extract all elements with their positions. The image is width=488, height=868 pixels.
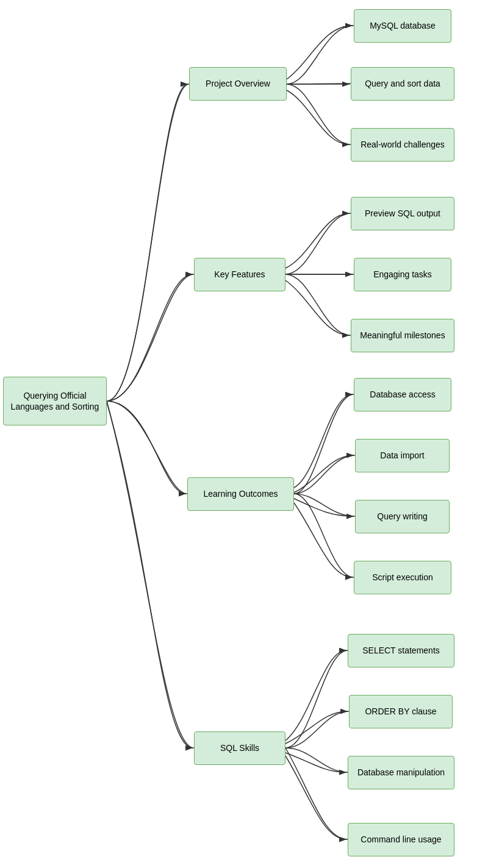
node-milestones: Meaningful milestones [351, 319, 454, 352]
node-realworld: Real-world challenges [351, 128, 454, 162]
node-select-stmt-label: SELECT statements [362, 645, 440, 656]
diagram-container: Querying Official Languages and Sorting … [0, 0, 488, 868]
node-realworld-label: Real-world challenges [361, 139, 445, 150]
node-project-overview: Project Overview [189, 67, 287, 101]
node-select-stmt: SELECT statements [348, 634, 454, 667]
node-milestones-label: Meaningful milestones [360, 330, 445, 341]
node-preview-sql-label: Preview SQL output [365, 208, 440, 219]
node-learning-outcomes-label: Learning Outcomes [203, 488, 278, 499]
node-query-writing-label: Query writing [377, 511, 427, 522]
node-sql-skills: SQL Skills [194, 731, 285, 765]
node-db-access: Database access [354, 378, 451, 411]
node-engaging: Engaging tasks [354, 258, 451, 291]
node-root: Querying Official Languages and Sorting [3, 377, 107, 425]
node-data-import: Data import [355, 439, 450, 472]
node-key-features: Key Features [194, 258, 285, 291]
node-query-writing: Query writing [355, 500, 450, 533]
node-cmdline-label: Command line usage [361, 834, 441, 845]
node-script-exec: Script execution [354, 561, 451, 594]
node-query-sort-label: Query and sort data [365, 78, 440, 89]
node-db-manip: Database manipulation [348, 756, 454, 789]
node-sql-skills-label: SQL Skills [220, 742, 259, 753]
node-project-overview-label: Project Overview [206, 78, 270, 89]
node-preview-sql: Preview SQL output [351, 197, 454, 230]
node-query-sort: Query and sort data [351, 67, 454, 101]
node-db-access-label: Database access [370, 389, 435, 400]
node-cmdline: Command line usage [348, 823, 454, 856]
node-root-label: Querying Official Languages and Sorting [10, 390, 100, 412]
node-mysql: MySQL database [354, 9, 451, 43]
node-learning-outcomes: Learning Outcomes [187, 477, 294, 511]
node-key-features-label: Key Features [214, 269, 265, 280]
node-orderby: ORDER BY clause [349, 695, 453, 728]
node-db-manip-label: Database manipulation [357, 767, 445, 778]
node-data-import-label: Data import [380, 450, 424, 461]
node-script-exec-label: Script execution [372, 572, 433, 583]
node-engaging-label: Engaging tasks [373, 269, 432, 280]
node-orderby-label: ORDER BY clause [365, 706, 436, 717]
node-mysql-label: MySQL database [370, 20, 436, 31]
